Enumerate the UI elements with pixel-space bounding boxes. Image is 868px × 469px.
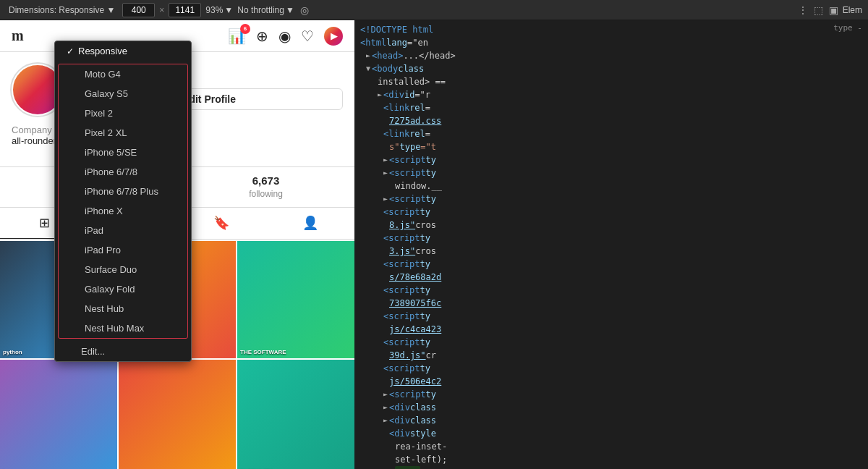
following-stat[interactable]: 6,673 following <box>177 167 354 207</box>
tagged-tab[interactable]: 👤 <box>266 208 355 239</box>
throttle-dropdown[interactable]: No throttling ▼ <box>237 5 294 15</box>
home-icon[interactable]: ⊕ <box>256 28 268 45</box>
select-element-icon[interactable]: ⬚ <box>812 3 825 17</box>
dropdown-item-surface-duo[interactable]: Surface Duo <box>59 260 187 279</box>
width-input[interactable] <box>122 3 155 17</box>
zoom-dropdown[interactable]: 93% ▼ <box>205 5 233 15</box>
photo-cell-4[interactable]: java <box>0 360 117 469</box>
dropdown-item-galaxy-s5[interactable]: Galaxy S5 <box>59 84 187 103</box>
dropdown-item-iphone-678-plus[interactable]: iPhone 6/7/8 Plus <box>59 182 187 201</box>
check-icon: ✓ <box>67 46 74 56</box>
dimensions-dropdown[interactable]: Dimensions: Responsive ▼ <box>6 4 118 17</box>
code-line-31: ► <div class <box>354 414 868 427</box>
dropdown-label-nest-hub: Nest Hub <box>85 303 124 314</box>
code-line-14: ► <script ty <box>354 193 868 206</box>
dropdown-item-pixel-2[interactable]: Pixel 2 <box>59 103 187 123</box>
code-line-27: <script ty <box>354 362 868 375</box>
dropdown-item-ipad[interactable]: iPad <box>59 221 187 240</box>
heart-icon[interactable]: ♡ <box>301 28 314 45</box>
dropdown-item-nest-hub[interactable]: Nest Hub <box>59 299 187 318</box>
dropdown-label-iphone-678-plus: iPhone 6/7/8 Plus <box>85 186 158 197</box>
type-label: type - <box>833 22 862 35</box>
code-line-33: rea-inset- <box>354 440 868 453</box>
code-line-34: set-left); <box>354 453 868 466</box>
dropdown-item-ipad-pro[interactable]: iPad Pro <box>59 240 187 260</box>
code-line-12: ► <script ty <box>354 166 868 179</box>
code-line-29: ► <script ty <box>354 388 868 401</box>
code-pane: <!DOCTYPE html <html lang="en ► <head>..… <box>354 20 868 469</box>
code-line-15: <script ty <box>354 206 868 219</box>
dropdown-item-iphone-x[interactable]: iPhone X <box>59 201 187 221</box>
code-line-1: <!DOCTYPE html <box>354 23 868 36</box>
photo-cell-5[interactable] <box>119 360 236 469</box>
code-line-23: <script ty <box>354 310 868 323</box>
code-line-8: 7275ad.css <box>354 114 868 127</box>
dropdown-item-pixel-2-xl[interactable]: Pixel 2 XL <box>59 123 187 143</box>
dimension-separator: × <box>159 5 164 15</box>
code-line-10: s" type="t <box>354 140 868 153</box>
code-line-26: 39d.js" cr <box>354 349 868 362</box>
dropdown-label-iphone-5se: iPhone 5/SE <box>85 147 137 158</box>
toggle-panel-icon[interactable]: ▣ <box>827 3 840 17</box>
following-count: 6,673 <box>177 174 354 187</box>
code-line-11: ► <script ty <box>354 153 868 166</box>
code-line-2: <html lang="en <box>354 36 868 49</box>
code-line-9: <link rel= <box>354 127 868 140</box>
main-area: m 📊 6 ⊕ ◉ ♡ ▶ techviral ◌ <box>0 20 868 469</box>
throttle-label: No throttling <box>237 5 284 15</box>
code-line-13: window.__ <box>354 179 868 193</box>
dimensions-label: Dimensions: Responsive ▼ <box>9 5 115 15</box>
dropdown-label-ipad-pro: iPad Pro <box>85 245 121 255</box>
photo-label-3: THE SOFTWARE <box>240 349 286 355</box>
code-line-19: <script ty <box>354 258 868 271</box>
throttle-arrow: ▼ <box>286 5 294 15</box>
devtools-label: Elem <box>843 5 862 15</box>
dropdown-item-nest-hub-max[interactable]: Nest Hub Max <box>59 318 187 338</box>
flex-badge: flex <box>395 466 420 469</box>
explore-icon[interactable]: ◉ <box>278 28 291 45</box>
device-section: Moto G4 Galaxy S5 Pixel 2 Pixel 2 XL <box>58 64 188 339</box>
dropdown-label-surface-duo: Surface Duo <box>85 264 137 275</box>
height-input[interactable] <box>169 3 201 17</box>
code-line-7: <link rel= <box>354 101 868 114</box>
nav-icons: 📊 6 ⊕ ◉ ♡ ▶ <box>228 27 343 46</box>
code-line-28: js/506e4c2 <box>354 375 868 388</box>
html-source: <!DOCTYPE html <html lang="en ► <head>..… <box>354 20 868 469</box>
photo-cell-3[interactable]: THE SOFTWARE <box>237 241 354 358</box>
code-line-17: <script ty <box>354 232 868 245</box>
dropdown-label-iphone-x: iPhone X <box>85 206 123 216</box>
notification-badge: 6 <box>240 24 250 34</box>
code-line-21: <script ty <box>354 284 868 297</box>
dropdown-item-iphone-5se[interactable]: iPhone 5/SE <box>59 143 187 162</box>
dropdown-item-moto-g4[interactable]: Moto G4 <box>59 64 187 84</box>
device-dropdown-overlay: ✓ Responsive Moto G4 Galaxy S5 Pixel 2 <box>54 41 192 362</box>
dropdown-label-galaxy-s5: Galaxy S5 <box>85 88 128 99</box>
code-line-32: <div style <box>354 427 868 440</box>
dropdown-label-edit: Edit... <box>81 346 105 357</box>
photo-cell-6[interactable]: IN REALITY <box>237 360 354 469</box>
code-line-4: ▼ <body class <box>354 62 868 75</box>
profile-avatar-nav[interactable]: ▶ <box>324 27 343 46</box>
code-line-24: js/c4ca423 <box>354 323 868 336</box>
capture-icon[interactable]: ◎ <box>299 3 310 17</box>
devtools-toolbar: Dimensions: Responsive ▼ × 93% ▼ No thro… <box>0 0 868 20</box>
instagram-logo: m <box>12 28 24 44</box>
dropdown-label-nest-hub-max: Nest Hub Max <box>85 323 144 334</box>
code-line-16: 8.js" cros <box>354 219 868 232</box>
device-dropdown-menu: ✓ Responsive Moto G4 Galaxy S5 Pixel 2 <box>54 41 192 362</box>
dropdown-item-responsive[interactable]: ✓ Responsive <box>55 41 191 61</box>
code-line-35: flex <box>354 466 868 469</box>
more-options-icon[interactable]: ⋮ <box>796 3 809 17</box>
dropdown-label-galaxy-fold: Galaxy Fold <box>85 284 135 295</box>
dropdown-label-ipad: iPad <box>85 225 103 236</box>
photo-label-1: python <box>3 349 22 355</box>
dropdown-item-galaxy-fold[interactable]: Galaxy Fold <box>59 279 187 299</box>
code-line-3: ► <head>...</head> <box>354 49 868 62</box>
code-line-25: <script ty <box>354 336 868 349</box>
code-line-5: installed> == <box>354 75 868 88</box>
activity-icon[interactable]: 📊 6 <box>228 28 246 45</box>
dropdown-item-iphone-678[interactable]: iPhone 6/7/8 <box>59 162 187 182</box>
dropdown-item-edit[interactable]: Edit... <box>55 342 191 361</box>
toolbar-right: ⋮ ⬚ ▣ Elem <box>796 3 862 17</box>
following-label: following <box>249 189 283 199</box>
